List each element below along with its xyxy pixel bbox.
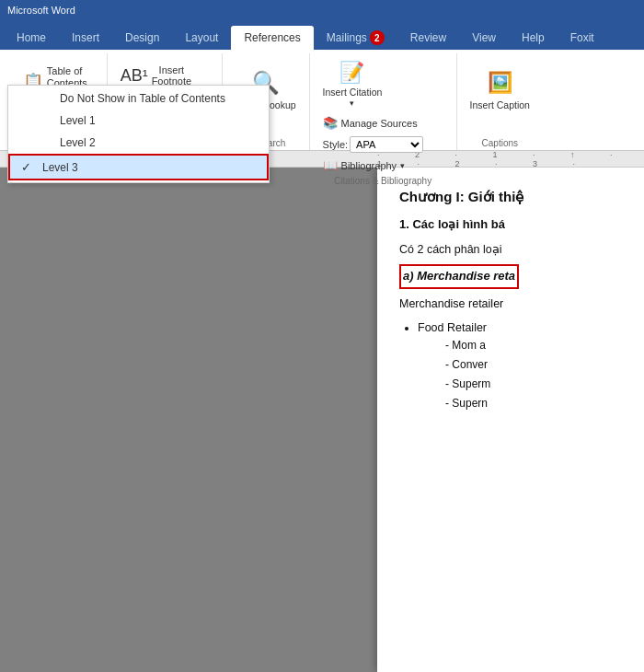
dropdown-item-level3[interactable]: ✓ Level 3 xyxy=(8,154,269,180)
sub-item-0: Mom a xyxy=(445,337,622,354)
title-bar-text: Microsoft Word xyxy=(7,5,75,16)
sidebar xyxy=(0,168,377,672)
citations-top: 📝 Insert Citation ▾ xyxy=(317,57,388,111)
tab-foxit[interactable]: Foxit xyxy=(558,26,607,50)
check-icon: ✓ xyxy=(21,160,31,174)
citations-rows: 📚 Manage Sources Style: APA MLA Chicago … xyxy=(317,113,430,176)
mailings-badge: 2 xyxy=(370,30,385,45)
style-selector: Style: APA MLA Chicago xyxy=(317,134,430,155)
insert-caption-label: Insert Caption xyxy=(470,99,530,111)
tab-design[interactable]: Design xyxy=(112,26,172,50)
bibliography-button[interactable]: 📖 Bibliography ▾ xyxy=(317,156,430,176)
citation-icon: 📝 xyxy=(339,61,364,85)
sub-item-2: Superm xyxy=(445,376,622,393)
body-text-2: Merchandise retailer xyxy=(399,295,622,313)
tab-review[interactable]: Review xyxy=(397,26,459,50)
toc-group: 📋 Table of Contents ▾ Aₚ Add Text ▾ 3 xyxy=(4,53,108,150)
dropdown-item-level1[interactable]: Level 1 xyxy=(8,110,269,132)
captions-group: 🖼️ Insert Caption Captions xyxy=(457,53,543,150)
dropdown-item-do-not-show[interactable]: Do Not Show in Table of Contents xyxy=(8,87,269,110)
insert-citation-button[interactable]: 📝 Insert Citation ▾ xyxy=(317,57,388,111)
citations-group-label: Citations & Bibliography xyxy=(317,176,449,188)
caption-icon: 🖼️ xyxy=(485,68,514,98)
footnote-icon: AB¹ xyxy=(121,66,148,86)
style-dropdown[interactable]: APA MLA Chicago xyxy=(350,136,423,153)
title-bar: Microsoft Word xyxy=(0,0,644,20)
ribbon: 📋 Table of Contents ▾ Aₚ Add Text ▾ 3 xyxy=(0,50,644,151)
heading1: Chương I: Giới thiệ xyxy=(399,186,622,208)
tab-home[interactable]: Home xyxy=(4,26,59,50)
page-content: Chương I: Giới thiệ 1. Các loại hình bá … xyxy=(399,186,622,412)
document-area: Chương I: Giới thiệ 1. Các loại hình bá … xyxy=(0,168,644,672)
highlighted-text: a) Merchandise reta xyxy=(399,264,519,289)
tab-mailings[interactable]: Mailings 2 xyxy=(314,26,397,50)
heading2: 1. Các loại hình bá xyxy=(399,215,622,235)
sources-icon: 📚 xyxy=(323,116,338,130)
list-item: Food Retailer Mom a Conver Superm Supern xyxy=(418,319,622,413)
captions-group-label: Captions xyxy=(465,138,535,150)
citations-group: 📝 Insert Citation ▾ 📚 Manage Sources Sty… xyxy=(310,53,457,150)
bullet-list: Food Retailer Mom a Conver Superm Supern xyxy=(418,319,622,413)
page: Chương I: Giới thiệ 1. Các loại hình bá … xyxy=(377,168,644,672)
captions-buttons: 🖼️ Insert Caption xyxy=(465,57,535,138)
dropdown-item-level2[interactable]: Level 2 xyxy=(8,132,269,154)
tab-insert[interactable]: Insert xyxy=(59,26,112,50)
manage-sources-button[interactable]: 📚 Manage Sources xyxy=(317,113,430,133)
style-label: Style: xyxy=(323,139,349,150)
tab-layout[interactable]: Layout xyxy=(172,26,231,50)
bibliography-icon: 📖 xyxy=(323,158,338,172)
tab-bar: Home Insert Design Layout References Mai… xyxy=(0,20,644,50)
sub-list: Mom a Conver Superm Supern xyxy=(445,337,622,413)
tab-help[interactable]: Help xyxy=(509,26,558,50)
sub-item-1: Conver xyxy=(445,356,622,374)
tab-view[interactable]: View xyxy=(459,26,509,50)
body-text-1: Có 2 cách phân loại xyxy=(399,240,622,259)
tab-references[interactable]: References xyxy=(231,26,313,50)
insert-caption-button[interactable]: 🖼️ Insert Caption xyxy=(465,57,535,122)
add-text-dropdown: Do Not Show in Table of Contents Level 1… xyxy=(7,85,270,183)
insert-citation-label: Insert Citation xyxy=(323,87,383,98)
sub-item-3: Supern xyxy=(445,395,622,412)
